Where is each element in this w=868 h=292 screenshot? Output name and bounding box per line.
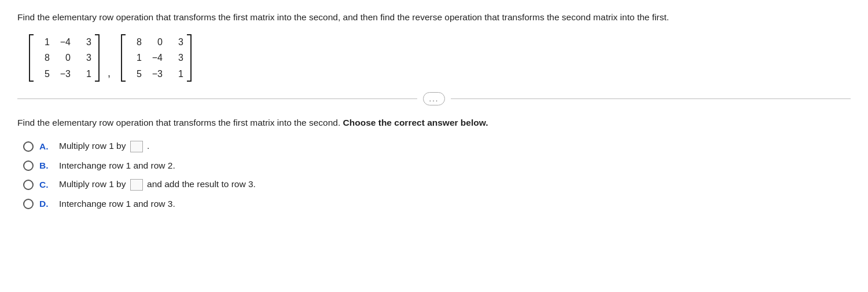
choice-c-text-before: Multiply row 1 by xyxy=(59,179,128,189)
bracket-left-2 xyxy=(121,34,126,82)
matrix-comma: , xyxy=(108,67,111,79)
choice-d-text: Interchange row 1 and row 3. xyxy=(59,199,175,209)
m2-r2c2: −4 xyxy=(150,50,163,65)
dots-button[interactable]: ... xyxy=(423,92,446,105)
m2-r3c1: 5 xyxy=(129,66,142,82)
label-d: D. xyxy=(39,199,51,209)
choices-container: A. Multiply row 1 by . B. Interchange ro… xyxy=(23,141,851,209)
m2-r1c2: 0 xyxy=(150,34,163,50)
m1-r1c2: −4 xyxy=(58,34,71,50)
m1-r3c1: 5 xyxy=(37,66,50,82)
choice-a-input[interactable] xyxy=(130,141,143,152)
matrix1-row1: 1 −4 3 xyxy=(37,34,91,50)
divider-line-left xyxy=(17,98,417,99)
matrix2-row3: 5 −3 1 xyxy=(129,66,183,82)
m2-r1c3: 3 xyxy=(171,34,183,50)
radio-b[interactable] xyxy=(23,160,34,171)
m2-r3c3: 1 xyxy=(171,66,183,82)
m2-r2c1: 1 xyxy=(129,50,142,65)
m1-r2c1: 8 xyxy=(37,50,50,65)
m1-r3c2: −3 xyxy=(58,66,71,82)
matrix1-row2: 8 0 3 xyxy=(37,50,91,65)
choice-a-text-before: Multiply row 1 by xyxy=(59,141,128,151)
choice-d: D. Interchange row 1 and row 3. xyxy=(23,199,851,209)
question2-container: Find the elementary row operation that t… xyxy=(17,116,851,129)
matrix2-row2: 1 −4 3 xyxy=(129,50,183,65)
label-c: C. xyxy=(39,180,51,190)
choice-c-text: Multiply row 1 by and add the result to … xyxy=(59,179,256,191)
choice-a-text: Multiply row 1 by . xyxy=(59,141,149,152)
matrix2: 8 0 3 1 −4 3 5 −3 1 xyxy=(121,34,192,82)
choice-c: C. Multiply row 1 by and add the result … xyxy=(23,179,851,191)
matrix1-row3: 5 −3 1 xyxy=(37,66,91,82)
m1-r1c3: 3 xyxy=(79,34,91,50)
choice-a: A. Multiply row 1 by . xyxy=(23,141,851,152)
m1-r2c3: 3 xyxy=(79,50,91,65)
matrices-container: 1 −4 3 8 0 3 5 −3 1 , 8 0 3 xyxy=(29,34,851,82)
matrix1-content: 1 −4 3 8 0 3 5 −3 1 xyxy=(37,34,91,82)
m2-r2c3: 3 xyxy=(171,50,183,65)
label-a: A. xyxy=(39,141,51,152)
radio-d[interactable] xyxy=(23,199,34,209)
label-b: B. xyxy=(39,160,51,171)
bracket-left-1 xyxy=(29,34,34,82)
matrix2-row1: 8 0 3 xyxy=(129,34,183,50)
choice-a-text-after: . xyxy=(147,141,149,151)
divider-row: ... xyxy=(17,92,851,105)
radio-c[interactable] xyxy=(23,180,34,190)
matrix2-content: 8 0 3 1 −4 3 5 −3 1 xyxy=(129,34,183,82)
divider-line-right xyxy=(451,98,851,99)
m2-r1c1: 8 xyxy=(129,34,142,50)
radio-a[interactable] xyxy=(23,141,34,152)
choice-b: B. Interchange row 1 and row 2. xyxy=(23,160,851,171)
m1-r1c1: 1 xyxy=(37,34,50,50)
question2-prefix: Find the elementary row operation that t… xyxy=(17,118,340,127)
question2-suffix: Choose the correct answer below. xyxy=(343,118,488,127)
bracket-right-2 xyxy=(187,34,192,82)
m2-r3c2: −3 xyxy=(150,66,163,82)
question1-text: Find the elementary row operation that t… xyxy=(17,10,851,24)
choice-c-text-after: and add the result to row 3. xyxy=(147,179,256,189)
m1-r2c2: 0 xyxy=(58,50,71,65)
choice-c-input[interactable] xyxy=(130,179,143,191)
choice-b-text: Interchange row 1 and row 2. xyxy=(59,160,175,171)
matrix1: 1 −4 3 8 0 3 5 −3 1 xyxy=(29,34,100,82)
bracket-right-1 xyxy=(95,34,100,82)
m1-r3c3: 1 xyxy=(79,66,91,82)
